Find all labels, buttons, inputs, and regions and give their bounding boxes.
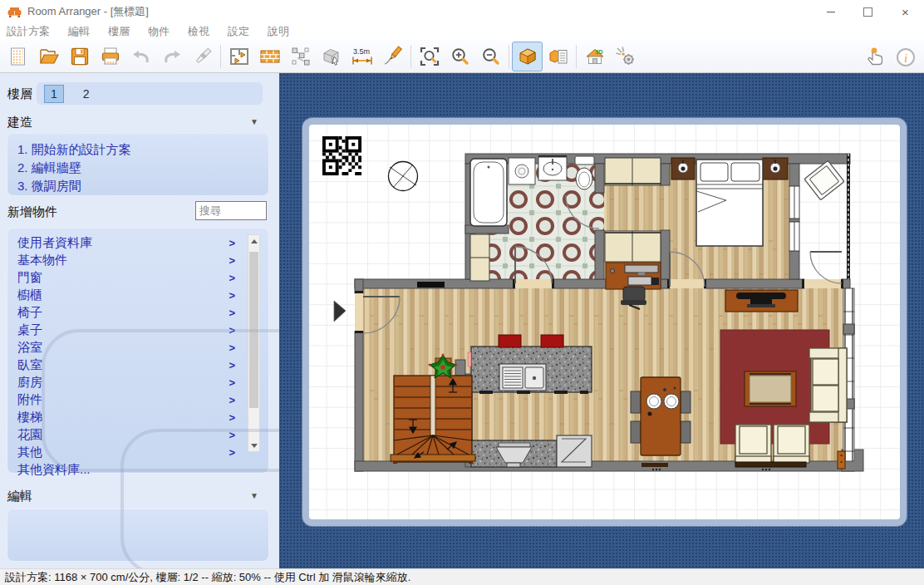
bar-stool[interactable] <box>499 335 521 347</box>
undo-button[interactable] <box>125 42 156 71</box>
minimize-button[interactable] <box>812 0 849 23</box>
nightstand[interactable] <box>763 158 788 179</box>
object-list-scrollbar[interactable] <box>248 234 260 452</box>
category-cabinets[interactable]: 櫥櫃> <box>7 287 268 304</box>
balcony-chair[interactable] <box>804 160 844 199</box>
wardrobe[interactable] <box>605 158 661 185</box>
move-object-3d-icon <box>321 46 342 67</box>
other-libraries-link[interactable]: 其他資料庫... <box>7 461 268 479</box>
wardrobe[interactable] <box>605 231 661 262</box>
edit-section-header: 編輯 ▼ <box>7 489 270 504</box>
plan-page[interactable] <box>309 125 900 519</box>
maximize-icon <box>863 7 872 17</box>
washing-machine[interactable] <box>509 158 535 184</box>
coffee-table[interactable] <box>745 371 796 406</box>
menu-object[interactable]: 物件 <box>139 24 179 39</box>
category-garden[interactable]: 花園> <box>7 426 268 444</box>
room-design-button[interactable] <box>224 42 254 71</box>
hand-pointer-button[interactable] <box>859 42 890 72</box>
bedroom-window[interactable] <box>789 186 799 251</box>
category-accessories[interactable]: 附件> <box>7 391 268 409</box>
qr-code[interactable] <box>322 136 361 175</box>
bathroom-wardrobe[interactable] <box>470 234 489 281</box>
sofa[interactable] <box>809 348 847 422</box>
kitchen-counter[interactable] <box>471 440 557 467</box>
house-3d-button[interactable]: 3D <box>579 42 610 71</box>
small-radiator[interactable] <box>468 352 471 366</box>
search-input[interactable] <box>195 201 267 220</box>
zoom-fit-button[interactable] <box>414 42 445 71</box>
info-button[interactable]: i <box>890 42 921 72</box>
brick-wall-button[interactable] <box>254 42 285 71</box>
collapse-arrow-icon[interactable]: ▼ <box>250 491 258 500</box>
category-doors-windows[interactable]: 門窗> <box>7 269 268 287</box>
category-basic-objects[interactable]: 基本物件> <box>7 252 268 269</box>
select-vertices-button[interactable] <box>285 42 316 71</box>
collapse-arrow-icon[interactable]: ▼ <box>250 117 258 126</box>
staircase[interactable] <box>391 376 475 464</box>
menu-floor[interactable]: 樓層 <box>99 24 139 39</box>
menu-settings[interactable]: 設定 <box>219 24 258 39</box>
desk-with-computer[interactable] <box>606 263 661 289</box>
menu-project[interactable]: 設計方案 <box>0 24 59 39</box>
compass[interactable] <box>389 162 418 191</box>
kitchen-island[interactable] <box>471 347 592 394</box>
armchair[interactable] <box>774 425 809 463</box>
paint-brush-icon <box>192 46 214 67</box>
bar-stool[interactable] <box>541 335 563 347</box>
status-bar: 設計方案: 1168 × 700 cm/公分, 樓層: 1/2 -- 縮放: 5… <box>0 568 924 585</box>
toilet[interactable] <box>575 156 594 189</box>
move-object-3d-button[interactable] <box>316 42 346 71</box>
menu-help[interactable]: 說明 <box>258 24 298 39</box>
scrollbar-thumb[interactable] <box>249 252 258 408</box>
bathtub[interactable] <box>470 159 507 226</box>
floor-plan[interactable] <box>309 125 900 519</box>
wall-mark[interactable] <box>417 282 445 288</box>
nightstand[interactable] <box>671 158 695 179</box>
measure-label: 3.5m <box>353 47 370 56</box>
view-3d-button[interactable] <box>512 42 543 71</box>
build-step-new-project[interactable]: 1. 開始新的設計方案 <box>17 140 268 159</box>
save-button[interactable] <box>64 42 95 71</box>
balcony-railing[interactable] <box>847 154 850 279</box>
bathroom-sink[interactable] <box>538 155 567 180</box>
status-text: 設計方案: 1168 × 700 cm/公分, 樓層: 1/2 -- 縮放: 5… <box>5 570 410 585</box>
armchair[interactable] <box>735 425 771 463</box>
radiator[interactable] <box>838 451 845 469</box>
measure-button[interactable]: 3.5m <box>346 42 377 71</box>
floor-tab-1[interactable]: 1 <box>44 85 64 103</box>
scroll-up-arrow[interactable] <box>248 235 259 247</box>
double-bed[interactable] <box>696 160 763 246</box>
menu-view[interactable]: 檢視 <box>179 24 219 39</box>
drawing-canvas[interactable] <box>279 73 924 568</box>
tv-stand[interactable] <box>725 290 798 312</box>
category-bathroom[interactable]: 浴室> <box>7 339 268 356</box>
zoom-in-button[interactable] <box>445 42 475 71</box>
new-document-button[interactable] <box>2 42 33 71</box>
print-button[interactable] <box>95 42 125 71</box>
build-step-edit-walls[interactable]: 2. 編輯牆壁 <box>17 159 268 177</box>
category-stairs[interactable]: 樓梯> <box>7 409 268 426</box>
close-button[interactable]: × <box>887 0 924 23</box>
category-bedroom[interactable]: 臥室> <box>7 356 268 374</box>
paint-brush-button[interactable] <box>187 42 218 71</box>
object-properties-button[interactable] <box>543 42 573 71</box>
scroll-down-arrow[interactable] <box>248 440 259 451</box>
dining-table[interactable] <box>641 377 681 455</box>
zoom-out-button[interactable] <box>475 42 506 71</box>
maximize-button[interactable] <box>849 0 887 23</box>
dishwasher[interactable] <box>557 435 592 467</box>
menu-edit[interactable]: 編輯 <box>59 24 99 39</box>
category-chairs[interactable]: 椅子> <box>7 304 268 322</box>
redo-button[interactable] <box>156 42 187 71</box>
draw-walls-button[interactable] <box>377 42 408 71</box>
build-title: 建造 <box>7 115 32 129</box>
floor-tab-2[interactable]: 2 <box>76 85 96 103</box>
category-kitchen[interactable]: 廚房> <box>7 374 268 391</box>
category-other[interactable]: 其他> <box>7 444 268 461</box>
open-folder-button[interactable] <box>33 42 64 71</box>
walkthrough-button[interactable] <box>610 42 641 71</box>
category-user-library[interactable]: 使用者資料庫> <box>7 234 268 252</box>
build-step-tune-rooms[interactable]: 3. 微調房間 <box>17 177 268 195</box>
category-tables[interactable]: 桌子> <box>7 322 268 339</box>
